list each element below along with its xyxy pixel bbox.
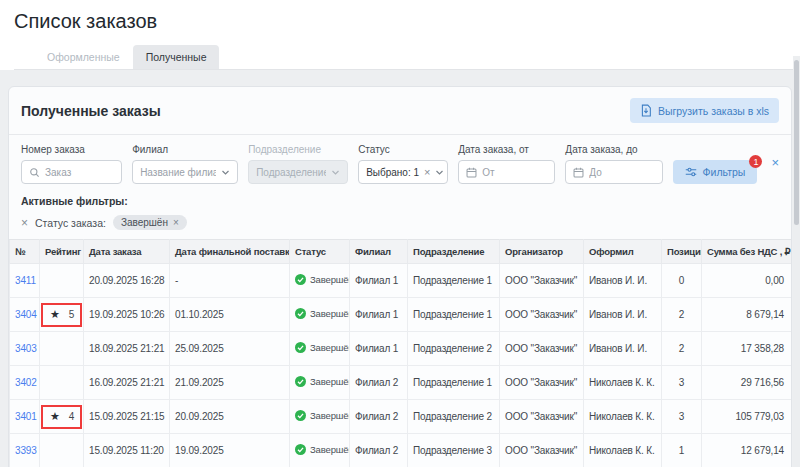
order-link[interactable]: 3411 bbox=[15, 275, 36, 286]
cell-total: 17 358,28 bbox=[702, 332, 793, 366]
check-circle-icon bbox=[295, 410, 306, 421]
cell-total: 29 716,56 bbox=[702, 366, 793, 400]
cell-rating bbox=[40, 332, 84, 366]
export-label: Выгрузить заказы в xls bbox=[658, 105, 769, 117]
chevron-down-icon bbox=[331, 168, 340, 177]
cell-final-delivery-date: 21.09.2025 bbox=[170, 366, 290, 400]
order-link[interactable]: 3393 bbox=[15, 445, 37, 456]
filters-count-badge: 1 bbox=[749, 155, 762, 168]
cell-processed-by: Иванов И. И. bbox=[584, 298, 662, 332]
scrollbar-thumb[interactable] bbox=[794, 60, 799, 225]
filters-row: Номер заказа Филиал Название филиала bbox=[9, 135, 791, 191]
cell-status: Завершён bbox=[290, 298, 350, 332]
order-number-input[interactable] bbox=[45, 167, 114, 178]
status-clear-icon[interactable]: × bbox=[424, 167, 430, 178]
order-link[interactable]: 3402 bbox=[15, 377, 37, 388]
filters-button[interactable]: Фильтры bbox=[673, 160, 758, 184]
division-label: Подразделение bbox=[248, 144, 348, 155]
orders-tbody: 341120.09.2025 16:28-ЗавершёнФилиал 1Под… bbox=[10, 264, 793, 467]
status-select[interactable]: Выбрано: 1 × bbox=[358, 160, 448, 184]
status-select-value: Выбрано: 1 bbox=[366, 167, 419, 178]
status-label: Завершён bbox=[310, 342, 350, 353]
col-total: Сумма без НДС , ₽ bbox=[702, 240, 793, 264]
date-from-input[interactable] bbox=[482, 167, 547, 178]
export-file-icon bbox=[640, 104, 652, 117]
active-filter-item: × Статус заказа: Завершён × bbox=[21, 215, 779, 230]
date-to-input[interactable] bbox=[589, 167, 654, 178]
chip-close-icon[interactable]: × bbox=[173, 217, 179, 228]
cell-positions: 2 bbox=[662, 332, 702, 366]
page-content: Полученные заказы Выгрузить заказы в xls… bbox=[0, 70, 800, 467]
table-row: 341120.09.2025 16:28-ЗавершёнФилиал 1Под… bbox=[10, 264, 793, 298]
scrollbar-track[interactable] bbox=[793, 56, 800, 467]
status-badge: Завершён bbox=[295, 376, 350, 387]
active-filter-label: Статус заказа: bbox=[35, 217, 106, 229]
panel-header: Полученные заказы Выгрузить заказы в xls bbox=[9, 87, 791, 135]
order-link[interactable]: 3404 bbox=[15, 309, 37, 320]
sliders-icon bbox=[685, 166, 697, 178]
cell-organizer: ООО "Заказчик" bbox=[500, 332, 584, 366]
date-to-field[interactable] bbox=[565, 160, 662, 184]
col-branch: Филиал bbox=[350, 240, 408, 264]
col-final-delivery: Дата финальной поставки bbox=[170, 240, 290, 264]
cell-branch: Филиал 2 bbox=[350, 366, 408, 400]
filter-branch: Филиал Название филиала bbox=[132, 144, 238, 184]
table-row: 340216.09.2025 21:2121.09.2025ЗавершёнФи… bbox=[10, 366, 793, 400]
col-number: № bbox=[10, 240, 40, 264]
cell-order-date: 16.09.2025 21:21 bbox=[84, 366, 170, 400]
cell-organizer: ООО "Заказчик" bbox=[500, 400, 584, 434]
division-select-disabled: Подразделение bbox=[248, 160, 348, 184]
received-orders-panel: Полученные заказы Выгрузить заказы в xls… bbox=[8, 86, 792, 467]
col-order-date: Дата заказа bbox=[84, 240, 170, 264]
export-xls-button[interactable]: Выгрузить заказы в xls bbox=[630, 98, 779, 123]
order-number-search-field[interactable] bbox=[21, 160, 122, 184]
status-filter-chip[interactable]: Завершён × bbox=[113, 215, 187, 230]
cell-division: Подразделение 1 bbox=[408, 264, 500, 298]
cell-final-delivery-date: 01.10.2025 bbox=[170, 298, 290, 332]
cell-order-number: 3393 bbox=[10, 434, 40, 467]
table-header: № Рейтинг Дата заказа Дата финальной пос… bbox=[10, 240, 793, 264]
cell-final-delivery-date: 19.09.2025 bbox=[170, 434, 290, 467]
check-circle-icon bbox=[295, 444, 306, 455]
cell-order-date: 19.09.2025 10:26 bbox=[84, 298, 170, 332]
filter-order-number: Номер заказа bbox=[21, 144, 122, 184]
filter-division: Подразделение Подразделение bbox=[248, 144, 348, 184]
status-label: Завершён bbox=[310, 376, 350, 387]
status-badge: Завершён bbox=[295, 274, 350, 285]
cell-positions: 3 bbox=[662, 400, 702, 434]
check-circle-icon bbox=[295, 308, 306, 319]
cell-division: Подразделение 1 bbox=[408, 298, 500, 332]
cell-processed-by: Иванов И. И. bbox=[584, 332, 662, 366]
cell-total: 105 779,03 bbox=[702, 400, 793, 434]
order-link[interactable]: 3401 bbox=[15, 411, 37, 422]
cell-total: 12 679,14 bbox=[702, 434, 793, 467]
filters-reset-icon[interactable]: × bbox=[771, 155, 779, 174]
cell-order-date: 15.09.2025 21:15 bbox=[84, 400, 170, 434]
cell-branch: Филиал 2 bbox=[350, 400, 408, 434]
tab-received[interactable]: Полученные bbox=[133, 45, 220, 69]
cell-order-number: 3411 bbox=[10, 264, 40, 298]
cell-status: Завершён bbox=[290, 264, 350, 298]
rating-highlight-box: ★4 bbox=[41, 405, 82, 429]
status-label: Статус bbox=[358, 144, 448, 155]
star-icon: ★ bbox=[50, 411, 60, 422]
date-from-field[interactable] bbox=[458, 160, 555, 184]
branch-select[interactable]: Название филиала bbox=[132, 160, 238, 184]
table-row: 340318.09.2025 21:2125.09.2025ЗавершёнФи… bbox=[10, 332, 793, 366]
status-label: Завершён bbox=[310, 308, 350, 319]
table-row: 3401★415.09.2025 21:1520.09.2025Завершён… bbox=[10, 400, 793, 434]
date-from-label: Дата заказа, от bbox=[458, 144, 555, 155]
tab-processed[interactable]: Оформленные bbox=[34, 45, 133, 69]
star-icon: ★ bbox=[50, 309, 60, 320]
remove-filter-icon[interactable]: × bbox=[21, 217, 28, 229]
status-badge: Завершён bbox=[295, 444, 350, 455]
cell-positions: 1 bbox=[662, 434, 702, 467]
order-link[interactable]: 3403 bbox=[15, 343, 37, 354]
check-circle-icon bbox=[295, 376, 306, 387]
cell-status: Завершён bbox=[290, 332, 350, 366]
cell-status: Завершён bbox=[290, 400, 350, 434]
page-title: Список заказов bbox=[14, 10, 800, 33]
col-rating: Рейтинг bbox=[40, 240, 84, 264]
cell-final-delivery-date: 25.09.2025 bbox=[170, 332, 290, 366]
cell-division: Подразделение 2 bbox=[408, 400, 500, 434]
